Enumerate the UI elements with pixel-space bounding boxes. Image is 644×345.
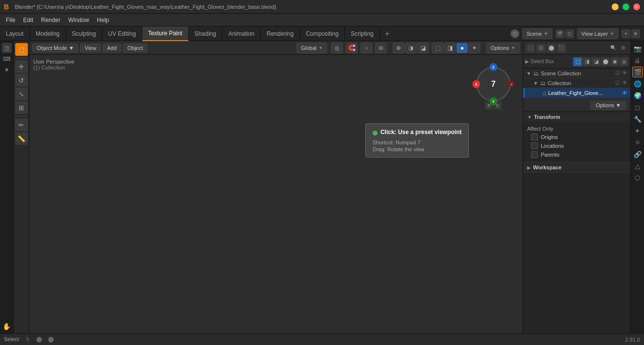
scene-collection-row[interactable]: ▼ 🗂 Scene Collection ☑ 👁 [523,69,630,78]
tab-layout[interactable]: Layout [0,26,30,41]
scene-collection-checkbox[interactable]: ☑ [615,70,620,76]
render-mode[interactable]: ✦ [468,43,480,53]
viewport-gizmo[interactable]: 7 X -X Y Z P C [474,65,513,104]
add-workspace-button[interactable]: + [380,29,394,38]
leather-glove-visibility[interactable]: 👁 [622,90,627,96]
outliner-search-button[interactable]: 🔍 [609,44,618,52]
tab-texture-paint[interactable]: Texture Paint [142,26,189,41]
material-mode[interactable]: ● [456,43,468,53]
data-properties-icon[interactable]: △ [632,161,643,171]
view-icon-1[interactable]: ⬚ [573,57,582,66]
modifier-properties-icon[interactable]: 🔧 [632,114,643,124]
workspace-section-header[interactable]: ▶ Workspace [523,162,630,172]
tab-shading[interactable]: Shading [189,26,222,41]
transform-section-header[interactable]: ▼ Transform [523,112,630,122]
object-properties-icon[interactable]: ◻ [632,102,643,113]
3d-viewport[interactable]: User Perspective (1) Collection 7 X -X Y… [29,55,523,333]
tab-animation[interactable]: Animation [222,26,261,41]
close-button[interactable]: ✕ [633,3,640,10]
view-layer-selector[interactable]: View Layer ▼ [577,28,619,39]
view-menu[interactable]: View [80,44,101,52]
origins-checkbox[interactable] [531,134,538,140]
constraints-properties-icon[interactable]: 🔗 [632,149,643,160]
locations-checkbox[interactable] [531,142,538,149]
view-icon-4[interactable]: ⬤ [601,57,610,66]
view-layer-remove-icon[interactable]: ✕ [631,29,640,38]
collection-visibility[interactable]: 👁 [622,80,627,86]
outliner-filter-button[interactable]: ⚙ [619,44,627,52]
options-selector[interactable]: Options ▼ [486,43,520,53]
gizmo-x-neg-axis[interactable]: -X [508,81,514,88]
options-dropdown[interactable]: Options ▼ [590,101,626,110]
outliner-select-icon[interactable]: ⬚ [526,44,535,52]
tab-compositing[interactable]: Compositing [300,26,345,41]
transform-tool[interactable]: ⊞ [15,101,28,114]
tab-scripting[interactable]: Scripting [345,26,380,41]
view-icon-6[interactable]: ◎ [620,57,628,66]
measure-tool[interactable]: 📏 [15,132,28,145]
tab-uv-editing[interactable]: UV Editing [102,26,142,41]
scene-selector[interactable]: Scene ▼ [522,28,553,39]
proportional-connected[interactable]: ⊖ [375,43,387,53]
view-icon-3[interactable]: ◪ [592,57,600,66]
gizmo-menu[interactable]: ⊕ [393,43,404,53]
shortcut-icon[interactable]: ⌨ [2,54,12,64]
parents-checkbox[interactable] [531,151,538,158]
view-layer-properties-icon[interactable]: 🎬 [632,67,643,77]
scene-engine-icon[interactable]: ⬡ [511,29,519,38]
tab-rendering[interactable]: Rendering [261,26,300,41]
view-layer-add-icon[interactable]: + [622,29,630,38]
gizmo-z-axis[interactable]: Z [489,63,497,71]
scene-properties-icon[interactable]: 🌐 [632,78,643,89]
viewport-area[interactable]: Object Mode ▼ View Add Object Global ▼ ◎… [29,41,523,333]
menu-edit[interactable]: Edit [19,16,37,24]
minimize-button[interactable]: ─ [612,3,619,10]
render-properties-icon[interactable]: 📷 [632,43,643,54]
quick-favs-icon[interactable]: ★ [2,65,12,74]
add-menu[interactable]: Add [103,44,121,52]
snap-toggle[interactable]: 🧲 [346,43,357,53]
physics-properties-icon[interactable]: ⚛ [632,137,643,148]
rotate-tool[interactable]: ↺ [15,74,28,87]
mode-selector[interactable]: Object Mode ▼ [32,44,78,52]
particles-properties-icon[interactable]: ✦ [632,125,643,136]
material-properties-icon[interactable]: ⬡ [632,172,643,183]
outliner-box-icon[interactable]: ⬛ [557,44,566,52]
xray-toggle[interactable]: ◪ [417,43,429,53]
overlay-menu[interactable]: ◑ [405,43,417,53]
object-menu[interactable]: Object [123,44,148,52]
move-tool[interactable]: ✛ [15,60,28,73]
outliner-filter-icon[interactable]: ⊡ [536,44,545,52]
outliner-mode-icon[interactable]: ⬤ [547,44,555,52]
leather-glove-row[interactable]: △ Leather_Fight_Glove... 👁 [523,88,630,98]
world-properties-icon[interactable]: 🌍 [632,90,643,101]
menu-file[interactable]: File [2,16,19,24]
collection-checkbox[interactable]: ☑ [615,80,620,86]
pivot-selector[interactable]: ◎ [331,43,343,53]
tab-modeling[interactable]: Modeling [30,26,66,41]
maximize-button[interactable]: □ [622,3,629,10]
solid-mode[interactable]: ◨ [444,43,456,53]
scale-tool[interactable]: ⤡ [15,88,28,100]
tab-sculpting[interactable]: Sculpting [66,26,102,41]
menu-window[interactable]: Window [64,16,93,24]
output-properties-icon[interactable]: 🖨 [632,55,643,66]
hand-tool-icon[interactable]: ✋ [2,322,12,331]
select-box-tool[interactable]: ⬚ [15,43,28,56]
scene-settings-icon[interactable]: ⬡ [565,29,574,38]
annotate-tool[interactable]: ✏ [15,118,28,131]
gizmo-y-axis[interactable]: Y [489,97,497,105]
menu-help[interactable]: Help [93,16,113,24]
view-icon-2[interactable]: ◨ [582,57,591,66]
menu-render[interactable]: Render [37,16,64,24]
scene-collection-visibility[interactable]: 👁 [622,70,627,76]
toolbar-toggle[interactable]: ◫ [2,43,12,53]
transform-selector[interactable]: Global ▼ [296,43,327,53]
proportional-edit[interactable]: ○ [360,43,372,53]
view-icon-5[interactable]: ◉ [610,57,619,66]
gizmo-circle[interactable]: 7 [476,67,511,101]
scene-render-icon[interactable]: 🎬 [555,29,564,38]
wireframe-mode[interactable]: ⬚ [432,43,444,53]
collection-row[interactable]: ▼ 🗂 Collection ☑ 👁 [523,78,630,88]
gizmo-x-axis[interactable]: X [472,80,480,88]
